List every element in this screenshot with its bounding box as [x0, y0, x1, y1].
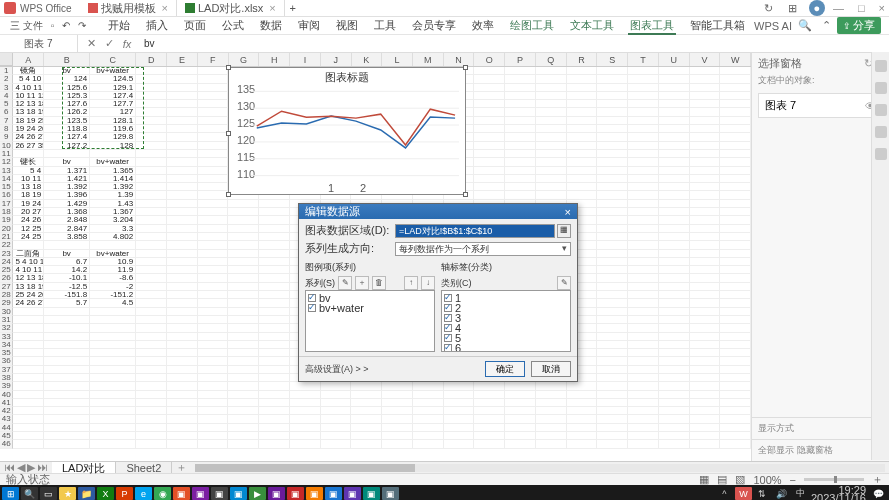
cell[interactable]: 1.429: [44, 200, 90, 208]
cell[interactable]: 124.5: [90, 75, 136, 83]
cell[interactable]: [720, 108, 751, 116]
cell[interactable]: [690, 142, 721, 150]
cell[interactable]: [720, 142, 751, 150]
cell[interactable]: [659, 241, 690, 249]
cell[interactable]: [474, 391, 505, 399]
cell[interactable]: [536, 415, 567, 423]
cell[interactable]: [597, 308, 628, 316]
cell[interactable]: [659, 349, 690, 357]
cell[interactable]: [720, 175, 751, 183]
dialog-close-button[interactable]: ×: [565, 206, 571, 218]
cell[interactable]: [167, 274, 198, 282]
cell[interactable]: [259, 316, 290, 324]
cell[interactable]: [90, 366, 136, 374]
axis-list[interactable]: 1 2 3 4 5 6: [441, 290, 571, 352]
cell[interactable]: [720, 75, 751, 83]
cell[interactable]: [136, 125, 167, 133]
row-header[interactable]: 46: [0, 440, 13, 448]
doc-tab-lad[interactable]: LAD对比.xlsx ×: [177, 0, 285, 16]
app-icon[interactable]: ▣: [211, 487, 228, 500]
cell[interactable]: [567, 75, 598, 83]
cell[interactable]: [720, 283, 751, 291]
cell[interactable]: [659, 333, 690, 341]
cell[interactable]: [659, 299, 690, 307]
cell[interactable]: [259, 424, 290, 432]
cell[interactable]: [198, 349, 229, 357]
axis-item[interactable]: 3: [444, 313, 568, 323]
cell[interactable]: [136, 299, 167, 307]
zoom-value[interactable]: 100%: [753, 474, 781, 486]
cell[interactable]: [536, 440, 567, 448]
cell[interactable]: 1.396: [44, 191, 90, 199]
cell[interactable]: 128: [90, 142, 136, 150]
cell[interactable]: 127.7: [90, 100, 136, 108]
col-header[interactable]: T: [628, 53, 659, 66]
cell[interactable]: [505, 117, 536, 125]
series-list[interactable]: bv bv+water: [305, 290, 435, 352]
cell[interactable]: [659, 100, 690, 108]
col-header[interactable]: D: [136, 53, 167, 66]
view-normal-icon[interactable]: ▦: [699, 473, 709, 486]
cell[interactable]: [597, 225, 628, 233]
cell[interactable]: [167, 291, 198, 299]
cell[interactable]: [290, 424, 321, 432]
resize-handle[interactable]: [226, 192, 231, 197]
cell[interactable]: [44, 357, 90, 365]
cell[interactable]: [567, 183, 598, 191]
cell[interactable]: [167, 67, 198, 75]
cell[interactable]: [659, 142, 690, 150]
cell[interactable]: [720, 100, 751, 108]
cell[interactable]: [198, 333, 229, 341]
cell[interactable]: [659, 225, 690, 233]
cell[interactable]: 2.848: [44, 216, 90, 224]
cell[interactable]: [690, 424, 721, 432]
strip-icon[interactable]: [875, 60, 887, 72]
cell[interactable]: [259, 382, 290, 390]
cell[interactable]: [167, 150, 198, 158]
cell[interactable]: [198, 108, 229, 116]
cell[interactable]: [628, 415, 659, 423]
cell[interactable]: [567, 67, 598, 75]
cell[interactable]: [474, 158, 505, 166]
ribbon-tab-view[interactable]: 视图: [334, 16, 360, 35]
cell[interactable]: [536, 175, 567, 183]
cell[interactable]: [659, 117, 690, 125]
cell[interactable]: [659, 84, 690, 92]
cell[interactable]: [90, 374, 136, 382]
cell[interactable]: 24 25: [13, 233, 44, 241]
dialog-titlebar[interactable]: 编辑数据源 ×: [299, 204, 577, 219]
cell[interactable]: [259, 341, 290, 349]
cell[interactable]: [259, 391, 290, 399]
cell[interactable]: [690, 133, 721, 141]
cell[interactable]: [228, 415, 259, 423]
cell[interactable]: [444, 407, 475, 415]
add-sheet-button[interactable]: ＋: [172, 460, 191, 475]
cell[interactable]: [228, 283, 259, 291]
search-icon[interactable]: 🔍: [21, 487, 38, 500]
cell[interactable]: 1.367: [90, 208, 136, 216]
strip-icon[interactable]: [875, 126, 887, 138]
accept-icon[interactable]: ✓: [102, 37, 116, 50]
cell[interactable]: [444, 415, 475, 423]
cell[interactable]: [90, 391, 136, 399]
cell[interactable]: [628, 225, 659, 233]
cell[interactable]: [628, 200, 659, 208]
cell[interactable]: [351, 424, 382, 432]
excel-icon[interactable]: X: [97, 487, 114, 500]
checkbox-icon[interactable]: [308, 294, 316, 302]
cell[interactable]: [321, 415, 352, 423]
cell[interactable]: [474, 92, 505, 100]
cell[interactable]: [659, 75, 690, 83]
cell[interactable]: [90, 333, 136, 341]
ribbon-tab-page[interactable]: 页面: [182, 16, 208, 35]
cell[interactable]: [90, 424, 136, 432]
cell[interactable]: [597, 216, 628, 224]
cell[interactable]: [259, 283, 290, 291]
cell[interactable]: [228, 258, 259, 266]
ok-button[interactable]: 确定: [485, 361, 525, 377]
cell[interactable]: [628, 233, 659, 241]
cell[interactable]: bv: [44, 158, 90, 166]
cell[interactable]: [597, 208, 628, 216]
cell[interactable]: [198, 299, 229, 307]
col-header[interactable]: V: [690, 53, 721, 66]
